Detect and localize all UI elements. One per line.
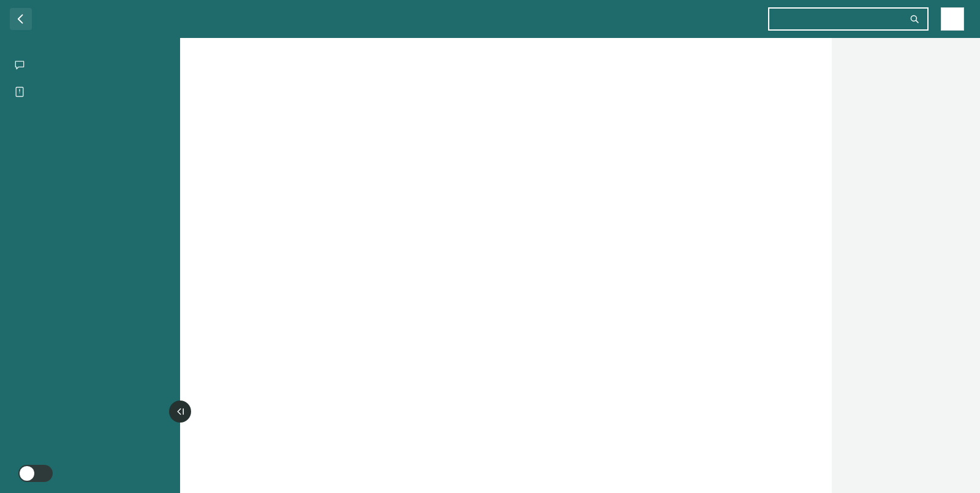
comment-icon xyxy=(13,59,26,71)
collab-item-comments[interactable] xyxy=(0,51,180,78)
chart-area xyxy=(180,38,832,493)
collab-section-label xyxy=(0,38,180,51)
sidebar xyxy=(0,0,180,493)
grouped-bar-chart xyxy=(180,50,832,493)
country-picker[interactable] xyxy=(768,7,929,31)
main xyxy=(180,0,980,493)
env-toggle[interactable] xyxy=(18,465,53,482)
book-icon xyxy=(13,86,26,98)
collab-item-glossary[interactable] xyxy=(0,78,180,105)
svg-point-1 xyxy=(911,15,916,21)
arrow-left-icon xyxy=(15,13,27,25)
search-icon xyxy=(909,13,920,24)
legend-panel xyxy=(832,38,980,493)
back-button[interactable] xyxy=(10,8,32,30)
topbar xyxy=(180,0,980,38)
content xyxy=(180,38,980,493)
sidebar-header xyxy=(0,0,180,38)
env-toggle-row xyxy=(12,465,59,482)
ytd-button[interactable] xyxy=(941,7,964,31)
svg-rect-0 xyxy=(16,88,23,97)
